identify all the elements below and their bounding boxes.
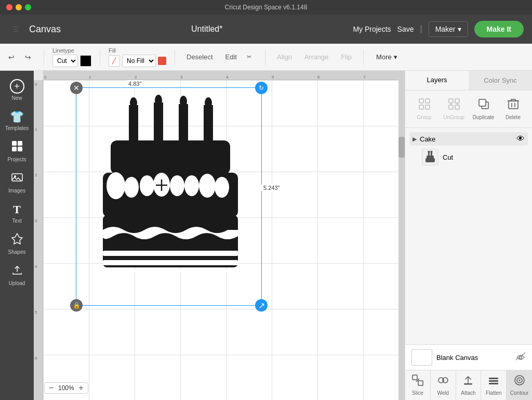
duplicate-tool[interactable]: Duplicate	[469, 95, 498, 123]
attach-tool[interactable]: Attach	[456, 370, 482, 400]
arrange-button[interactable]: Arrange	[301, 52, 331, 62]
zoom-in-button[interactable]: +	[78, 384, 83, 392]
dimension-width: 4.83"	[126, 80, 143, 87]
svg-point-11	[130, 97, 137, 109]
flip-button[interactable]: Flip	[338, 52, 355, 62]
ruler-top: 0 1 2 3 4 5 6 7 8 9	[43, 71, 405, 80]
ruler-v-6: 6	[35, 356, 37, 360]
svg-rect-28	[103, 251, 238, 256]
app-canvas-label: Canvas	[29, 24, 61, 35]
svg-point-18	[124, 177, 139, 198]
svg-rect-38	[455, 105, 459, 109]
layer-group-cake: ▶ Cake 👁 Cut	[409, 132, 528, 169]
linetype-color[interactable]	[80, 55, 91, 67]
zoom-controls: − 100% +	[44, 382, 88, 394]
sidebar-upload-label: Upload	[9, 280, 25, 286]
sidebar-shapes-label: Shapes	[8, 249, 26, 255]
ruler-h-4: 4	[226, 75, 228, 80]
tab-color-sync[interactable]: Color Sync	[469, 71, 532, 90]
align-button[interactable]: Align	[274, 52, 295, 62]
sidebar-item-projects[interactable]: Projects	[3, 136, 32, 166]
svg-rect-31	[419, 99, 423, 103]
delete-handle[interactable]: ✕	[70, 82, 83, 94]
delete-icon	[507, 98, 520, 113]
menu-button[interactable]: ☰	[8, 22, 23, 36]
slice-tool[interactable]: Slice	[405, 370, 431, 400]
sidebar-item-images[interactable]: Images	[3, 167, 32, 198]
canvas-area[interactable]: 0 1 2 3 4 5 6 7 8 9 0 1 2 3 4 5 6 7	[34, 71, 405, 400]
svg-rect-7	[129, 105, 138, 141]
svg-point-57	[520, 356, 522, 359]
svg-rect-42	[479, 99, 486, 106]
panel-tabs: Layers Color Sync	[405, 71, 532, 91]
ungroup-label: UnGroup	[443, 114, 464, 120]
fill-select[interactable]: No Fill	[122, 55, 156, 67]
ruler-v-3: 3	[35, 218, 37, 223]
maker-button[interactable]: Maker ▾	[429, 21, 468, 37]
flatten-tool[interactable]: Flatten	[481, 370, 507, 400]
weld-tool[interactable]: Weld	[431, 370, 456, 400]
ungroup-icon	[448, 98, 460, 113]
edit-button[interactable]: Edit	[222, 52, 240, 62]
ungroup-tool[interactable]: UnGroup	[439, 95, 469, 123]
layer-group-header[interactable]: ▶ Cake 👁	[409, 132, 528, 146]
group-name: Cake	[420, 135, 513, 143]
edit-dropdown[interactable]: ✂	[242, 50, 257, 64]
sidebar-item-text[interactable]: T Text	[3, 199, 32, 228]
svg-rect-4	[12, 174, 22, 181]
make-it-button[interactable]: Make It	[474, 21, 524, 37]
my-projects-button[interactable]: My Projects	[353, 25, 391, 33]
more-button[interactable]: More ▾	[372, 51, 402, 63]
scroll-thumb[interactable]	[398, 137, 405, 158]
fill-color[interactable]	[109, 55, 120, 67]
layer-thumbnail	[422, 149, 438, 165]
svg-rect-0	[12, 141, 17, 146]
rotate-handle[interactable]: ↻	[255, 82, 268, 94]
sidebar-item-templates[interactable]: 👕 Templates	[3, 106, 32, 135]
layer-item-cut[interactable]: Cut	[409, 146, 528, 169]
panel-toolbar: Group UnGroup	[405, 91, 532, 128]
linetype-select[interactable]: Cut	[52, 55, 78, 67]
maximize-button[interactable]	[25, 4, 31, 10]
sidebar-item-upload[interactable]: Upload	[3, 260, 32, 290]
slice-icon	[412, 375, 423, 389]
duplicate-label: Duplicate	[473, 114, 495, 120]
scroll-bar[interactable]	[398, 71, 405, 400]
sidebar-item-shapes[interactable]: Shapes	[3, 229, 32, 259]
attach-icon	[462, 375, 474, 389]
ruler-v-5: 5	[35, 310, 37, 315]
minimize-button[interactable]	[16, 4, 22, 10]
app-title: Cricut Design Space v6.1.148	[225, 4, 308, 11]
cake-svg[interactable]	[77, 95, 259, 303]
undo-button[interactable]: ↩	[4, 50, 19, 64]
sidebar-text-label: Text	[12, 218, 21, 224]
tab-layers[interactable]: Layers	[405, 71, 469, 90]
header-right: My Projects Save | Maker ▾ Make It	[353, 21, 524, 37]
ruler-h-2: 2	[135, 75, 137, 80]
contour-tool[interactable]: Contour	[507, 370, 532, 400]
slice-label: Slice	[412, 390, 423, 396]
svg-rect-55	[425, 158, 435, 162]
deselect-button[interactable]: Deselect	[183, 52, 216, 62]
zoom-out-button[interactable]: −	[49, 384, 54, 392]
delete-tool[interactable]: Delete	[498, 95, 528, 123]
group-tool[interactable]: Group	[409, 95, 439, 123]
images-icon	[11, 172, 23, 186]
group-visibility-icon[interactable]: 👁	[516, 134, 525, 144]
contour-label: Contour	[510, 390, 529, 396]
dimension-height: 5.243"	[261, 184, 282, 191]
canvas-visibility-button[interactable]	[515, 352, 526, 363]
redo-button[interactable]: ↪	[21, 50, 35, 64]
fill-color-swatch[interactable]	[158, 57, 166, 65]
svg-rect-9	[179, 104, 188, 141]
svg-rect-62	[464, 383, 472, 385]
svg-rect-65	[489, 383, 498, 384]
shapes-icon	[11, 233, 23, 248]
save-button[interactable]: Save	[397, 25, 414, 33]
svg-rect-43	[509, 101, 518, 109]
ruler-h-7: 7	[363, 75, 365, 80]
svg-rect-34	[425, 105, 430, 109]
sidebar-item-new[interactable]: + New	[3, 75, 32, 105]
right-panel: Layers Color Sync Group	[405, 71, 532, 400]
close-button[interactable]	[6, 4, 12, 10]
